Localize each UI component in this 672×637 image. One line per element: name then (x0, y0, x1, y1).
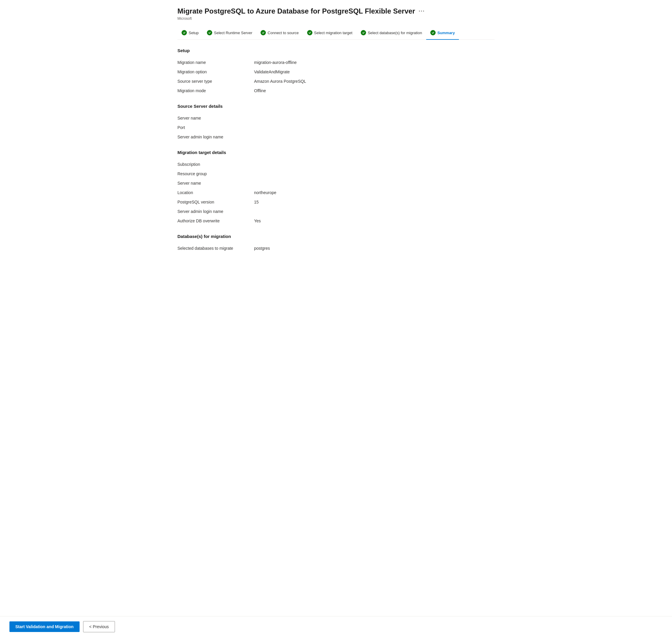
migration-name-value: migration-aurora-offline (254, 58, 495, 67)
step-check-setup (181, 30, 187, 35)
source-server-header: Source Server details (177, 104, 495, 109)
selected-databases-label: Selected databases to migrate (177, 243, 254, 253)
postgresql-version-label: PostgreSQL version (177, 197, 254, 207)
wizard-steps: Setup Select Runtime Server Connect to s… (177, 26, 495, 40)
source-port-label: Port (177, 123, 254, 132)
migration-option-value: ValidateAndMigrate (254, 67, 495, 77)
step-check-source (261, 30, 266, 35)
target-admin-login-value (254, 207, 495, 216)
resource-group-value (254, 169, 495, 179)
source-admin-login-value (254, 132, 495, 142)
step-check-summary (430, 30, 436, 35)
step-check-target (307, 30, 313, 35)
step-label-setup: Setup (189, 31, 199, 35)
target-admin-login-label: Server admin login name (177, 207, 254, 216)
migration-target-header: Migration target details (177, 150, 495, 155)
migration-target-section: Migration target details Subscription Re… (177, 150, 495, 225)
content-area: Setup Migration name migration-aurora-of… (177, 48, 495, 291)
resource-group-label: Resource group (177, 169, 254, 179)
source-admin-login-label: Server admin login name (177, 132, 254, 142)
step-summary[interactable]: Summary (426, 26, 459, 39)
databases-header: Database(s) for migration (177, 234, 495, 239)
location-value: northeurope (254, 188, 495, 197)
ellipsis-menu[interactable]: ··· (419, 8, 425, 14)
location-label: Location (177, 188, 254, 197)
source-server-section: Source Server details Server name Port S… (177, 104, 495, 142)
migration-mode-label: Migration mode (177, 86, 254, 95)
step-runtime[interactable]: Select Runtime Server (203, 26, 257, 39)
step-label-source: Connect to source (268, 31, 299, 35)
target-server-name-value (254, 179, 495, 188)
databases-section: Database(s) for migration Selected datab… (177, 234, 495, 253)
authorize-db-overwrite-label: Authorize DB overwrite (177, 216, 254, 225)
step-setup[interactable]: Setup (177, 26, 203, 39)
step-label-runtime: Select Runtime Server (214, 31, 252, 35)
start-validation-button[interactable]: Start Validation and Migration (10, 621, 79, 632)
databases-details: Selected databases to migrate postgres (177, 243, 495, 253)
publisher-label: Microsoft (177, 17, 495, 21)
migration-mode-value: Offline (254, 86, 495, 95)
source-server-name-label: Server name (177, 113, 254, 123)
step-source[interactable]: Connect to source (257, 26, 303, 39)
source-port-value (254, 123, 495, 132)
setup-details: Migration name migration-aurora-offline … (177, 58, 495, 95)
source-server-type-label: Source server type (177, 77, 254, 86)
subscription-value (254, 160, 495, 169)
previous-button[interactable]: < Previous (83, 621, 115, 632)
step-label-summary: Summary (437, 31, 455, 35)
footer: Start Validation and Migration < Previou… (0, 616, 672, 637)
target-server-name-label: Server name (177, 179, 254, 188)
step-check-databases (361, 30, 366, 35)
step-target[interactable]: Select migration target (303, 26, 357, 39)
source-server-details: Server name Port Server admin login name (177, 113, 495, 142)
step-label-target: Select migration target (314, 31, 353, 35)
setup-section: Setup Migration name migration-aurora-of… (177, 48, 495, 95)
migration-option-label: Migration option (177, 67, 254, 77)
step-label-databases: Select database(s) for migration (368, 31, 422, 35)
authorize-db-overwrite-value: Yes (254, 216, 495, 225)
source-server-name-value (254, 113, 495, 123)
page-title: Migrate PostgreSQL to Azure Database for… (177, 7, 425, 15)
migration-target-details: Subscription Resource group Server name … (177, 160, 495, 225)
source-server-type-value: Amazon Aurora PostgreSQL (254, 77, 495, 86)
step-databases[interactable]: Select database(s) for migration (357, 26, 426, 39)
selected-databases-value: postgres (254, 243, 495, 253)
subscription-label: Subscription (177, 160, 254, 169)
setup-header: Setup (177, 48, 495, 53)
step-check-runtime (207, 30, 212, 35)
postgresql-version-value: 15 (254, 197, 495, 207)
migration-name-label: Migration name (177, 58, 254, 67)
